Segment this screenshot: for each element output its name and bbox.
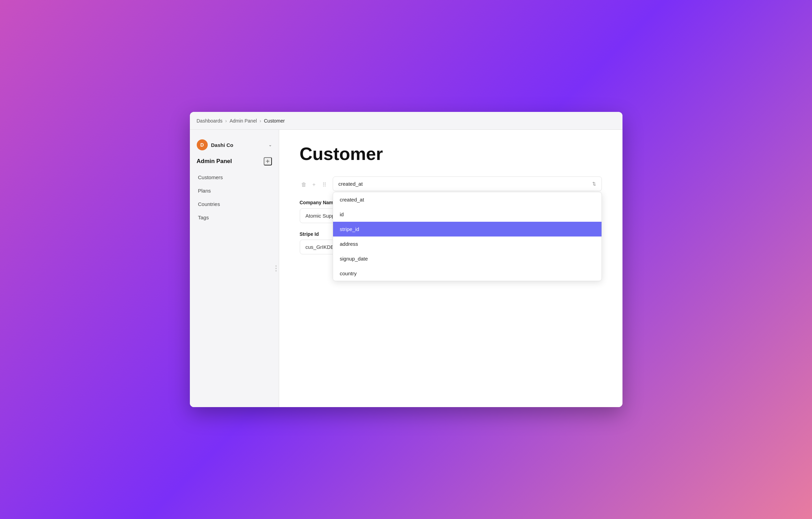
sidebar-add-button[interactable]: + [264, 157, 272, 165]
sidebar-section-label: Admin Panel [197, 158, 232, 165]
dropdown-item-id[interactable]: id [333, 207, 602, 222]
sidebar-resize-handle[interactable] [275, 265, 277, 272]
sidebar: D Dashi Co ⌄ Admin Panel + Customers Pla… [190, 130, 279, 407]
dropdown-item-country[interactable]: country [333, 266, 602, 281]
field-select-container: created_at ⇅ created_at id stripe_id [333, 176, 602, 191]
workspace-name: Dashi Co [211, 142, 233, 148]
sidebar-item-customers[interactable]: Customers [194, 171, 275, 184]
workspace-avatar: D [197, 139, 208, 150]
resize-dot-2 [275, 268, 277, 269]
sidebar-item-countries[interactable]: Countries [194, 198, 275, 210]
workspace-header: D Dashi Co ⌄ [190, 137, 279, 157]
field-row-select: 🗑 + ⠿ created_at ⇅ created_at id [300, 176, 602, 191]
delete-icon[interactable]: 🗑 [300, 181, 308, 189]
resize-dot-3 [275, 270, 277, 272]
field-select-trigger[interactable]: created_at ⇅ [333, 176, 602, 191]
dropdown-item-created-at[interactable]: created_at [333, 192, 602, 207]
workspace-left: D Dashi Co [197, 139, 233, 150]
dropdown-item-stripe-id[interactable]: stripe_id [333, 222, 602, 237]
main-layout: D Dashi Co ⌄ Admin Panel + Customers Pla… [190, 130, 622, 407]
sidebar-item-tags[interactable]: Tags [194, 211, 275, 224]
page-title: Customer [300, 143, 602, 164]
drag-icon[interactable]: ⠿ [320, 181, 329, 189]
select-current-value: created_at [339, 181, 363, 187]
add-field-icon[interactable]: + [310, 181, 318, 189]
main-content: Customer 🗑 + ⠿ created_at ⇅ created_at [279, 130, 622, 407]
select-chevron-icon: ⇅ [592, 181, 596, 186]
form-label-company-name: Company Name [300, 200, 336, 205]
dropdown-item-signup-date[interactable]: signup_date [333, 251, 602, 266]
dropdown-item-address[interactable]: address [333, 237, 602, 251]
sidebar-section-header: Admin Panel + [190, 157, 279, 171]
form-label-stripe-id: Stripe Id [300, 231, 319, 237]
workspace-chevron-icon[interactable]: ⌄ [268, 142, 272, 147]
breadcrumb-customer: Customer [264, 118, 285, 124]
breadcrumb-dashboards[interactable]: Dashboards [197, 118, 223, 124]
sidebar-item-plans[interactable]: Plans [194, 184, 275, 197]
breadcrumb-sep-1: › [225, 118, 227, 124]
select-dropdown: created_at id stripe_id address signup_d [333, 192, 602, 281]
breadcrumb-admin-panel[interactable]: Admin Panel [230, 118, 257, 124]
sidebar-nav: Customers Plans Countries Tags [190, 171, 279, 224]
breadcrumb-sep-2: › [260, 118, 261, 124]
field-actions: 🗑 + ⠿ [300, 176, 329, 189]
resize-dot-1 [275, 265, 277, 267]
app-window: Dashboards › Admin Panel › Customer D Da… [190, 112, 622, 407]
breadcrumb: Dashboards › Admin Panel › Customer [197, 118, 285, 124]
titlebar: Dashboards › Admin Panel › Customer [190, 112, 622, 130]
